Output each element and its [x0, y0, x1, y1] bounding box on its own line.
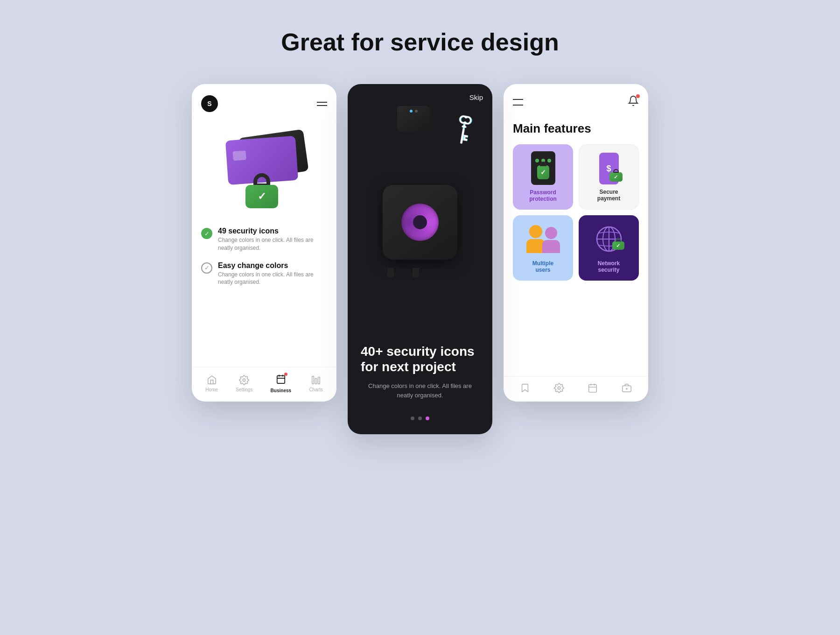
password-card-label: Passwordprotection — [529, 189, 557, 202]
page-title: Great for service design — [281, 28, 559, 56]
avatar: S — [201, 95, 218, 112]
nav-settings[interactable]: Settings — [236, 375, 252, 392]
feature-item-2: ✓ Easy change colors Change colors in on… — [201, 261, 327, 287]
payment-icon: $ ✓ — [599, 152, 619, 185]
feature-card-users[interactable]: Multipleusers — [513, 215, 573, 281]
bell-icon[interactable] — [628, 95, 639, 109]
users-icon — [526, 223, 560, 255]
network-card-label: Networksecurity — [598, 260, 620, 273]
feature-2-title: Easy change colors — [218, 261, 327, 270]
main-safe — [373, 176, 467, 269]
security-illustration: ✓ — [192, 120, 336, 227]
svg-rect-13 — [589, 385, 597, 393]
nav-bookmark-3[interactable] — [520, 383, 530, 393]
dot-3[interactable] — [426, 416, 429, 420]
nav-settings-label: Settings — [236, 387, 252, 392]
feature-1-desc: Change colors in one click. All files ar… — [218, 236, 327, 252]
feature-card-password[interactable]: ✓ Passwordprotection — [513, 144, 573, 210]
screen-3-content: Main features — [504, 117, 648, 376]
business-icon-wrapper — [276, 374, 286, 386]
screen-2-desc: Change colors in one click. All files ar… — [361, 381, 479, 400]
main-features-title: Main features — [513, 121, 639, 136]
svg-rect-5 — [312, 376, 314, 384]
hamburger-icon-3[interactable] — [513, 99, 523, 106]
feature-item-1: ✓ 49 security icons Change colors in one… — [201, 227, 327, 252]
password-icon: ✓ — [531, 152, 555, 184]
feature-card-network[interactable]: ✓ Networksecurity — [579, 215, 639, 281]
features-list: ✓ 49 security icons Change colors in one… — [192, 227, 336, 367]
feature-card-payment[interactable]: $ ✓ Securepayment — [579, 144, 639, 210]
check-icon-outline: ✓ — [201, 262, 212, 274]
nav-home-label: Home — [205, 387, 218, 392]
screen-1: S ✓ ✓ 49 securit — [192, 84, 336, 402]
screen-3: Main features — [504, 84, 648, 402]
nav-home[interactable]: Home — [205, 375, 218, 392]
mini-safe-icon — [397, 106, 430, 132]
feature-2-desc: Change colors in one click. All files ar… — [218, 271, 327, 287]
screen-1-header: S — [192, 84, 336, 120]
padlock-icon: ✓ — [245, 173, 278, 208]
skip-button[interactable]: Skip — [469, 93, 483, 101]
nav-charts-label: Charts — [309, 387, 322, 392]
screen-2: Skip 🗝️ — [348, 84, 492, 434]
nav-business[interactable]: Business — [271, 374, 291, 393]
dot-1[interactable] — [411, 416, 414, 420]
hamburger-icon[interactable] — [317, 102, 327, 106]
feature-1-title: 49 security icons — [218, 227, 327, 235]
nav-charts[interactable]: Charts — [309, 375, 322, 392]
payment-card-label: Securepayment — [597, 189, 620, 202]
screens-container: S ✓ ✓ 49 securit — [140, 84, 700, 434]
pagination-dots — [348, 409, 492, 434]
screen-3-header — [504, 84, 648, 117]
nav-calendar-3[interactable] — [588, 383, 598, 393]
key-icon: 🗝️ — [445, 109, 483, 147]
svg-rect-1 — [277, 376, 285, 384]
svg-rect-6 — [315, 378, 317, 384]
bottom-nav-screen-3 — [504, 376, 648, 402]
svg-point-12 — [558, 387, 560, 389]
notification-dot — [636, 94, 640, 98]
users-card-label: Multipleusers — [532, 260, 553, 273]
dark-illustration: 🗝️ — [348, 101, 492, 344]
screen-2-title: 40+ security icons for next project — [361, 344, 479, 375]
nav-business-label: Business — [271, 388, 291, 393]
nav-cases-3[interactable] — [622, 383, 632, 393]
svg-rect-7 — [318, 377, 320, 384]
screen-2-header: Skip — [348, 84, 492, 101]
features-grid: ✓ Passwordprotection $ — [513, 144, 639, 281]
screen-2-text-area: 40+ security icons for next project Chan… — [348, 344, 492, 409]
bottom-nav-screen-1: Home Settings — [192, 367, 336, 402]
network-icon: ✓ — [595, 223, 623, 255]
dot-2[interactable] — [418, 416, 422, 420]
svg-point-0 — [243, 379, 245, 381]
check-icon-filled: ✓ — [201, 228, 212, 239]
nav-settings-3[interactable] — [554, 383, 564, 393]
card-stack: ✓ — [222, 129, 306, 213]
